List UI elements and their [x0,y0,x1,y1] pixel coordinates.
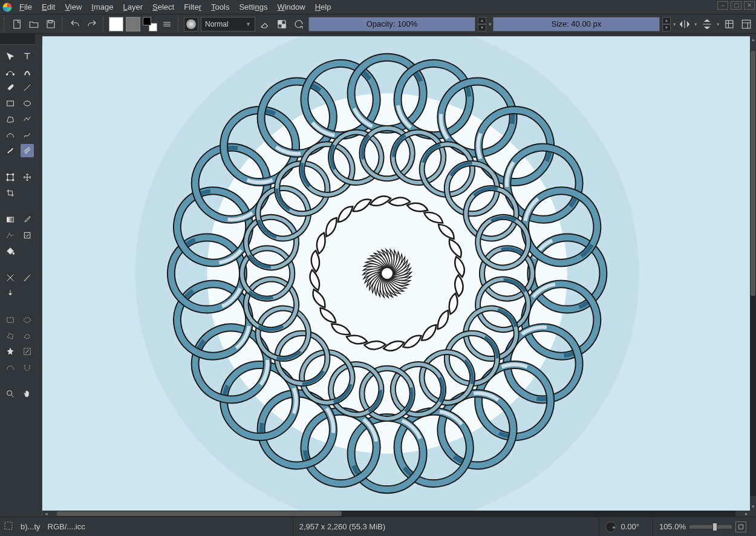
multibrush-tool[interactable] [21,144,34,157]
dropdown-caret-icon[interactable]: ▾ [489,21,490,27]
open-file-button[interactable] [27,17,41,31]
menu-file[interactable]: File [15,1,37,13]
freehand-path-tool[interactable] [21,128,34,142]
ellipse-tool[interactable] [21,97,34,110]
zoom-value[interactable]: 105.0% [659,522,686,531]
measure-tool[interactable] [21,271,34,284]
transform-tool[interactable] [4,171,17,184]
assistant-tool[interactable] [4,271,17,284]
menu-window[interactable]: Window [272,1,310,13]
svg-point-14 [12,174,14,175]
svg-rect-2 [48,21,52,23]
smart-patch-tool[interactable] [21,229,34,242]
menu-layer[interactable]: Layer [118,1,148,13]
menu-edit[interactable]: Edit [37,1,60,13]
rotation-angle-value: 0.00° [621,522,639,531]
gradient-tool[interactable] [4,213,17,226]
blend-mode-select[interactable]: Normal▼ [201,17,255,31]
status-colorspace[interactable]: RGB/....icc [48,522,85,531]
pattern-swatch[interactable] [126,17,140,31]
workspace-button[interactable] [739,17,754,31]
size-spinner[interactable]: ▲▼ [662,17,671,31]
reload-preset-button[interactable] [292,17,306,31]
canvas[interactable] [42,36,750,511]
rotation-dial[interactable] [605,521,616,532]
menu-settings[interactable]: Settings [234,1,272,13]
save-file-button[interactable] [44,17,58,31]
handle-icon[interactable] [178,17,180,31]
fgbg-swap-icon[interactable] [143,17,157,31]
svg-rect-5 [282,24,285,28]
crop-tool[interactable] [4,186,17,200]
similar-color-select-tool[interactable] [21,345,34,358]
dropdown-caret-icon[interactable]: ▾ [694,21,697,27]
svg-point-21 [24,318,31,322]
dynamic-brush-tool[interactable] [4,144,17,157]
blend-mode-label: Normal [205,20,229,28]
window-minimize-button[interactable]: – [717,1,728,10]
handle-icon[interactable] [62,17,64,31]
zoom-tool[interactable] [4,387,17,400]
menu-image[interactable]: Image [86,1,118,13]
redo-button[interactable] [85,17,99,31]
window-close-button[interactable]: ✕ [744,1,755,10]
svg-point-31 [381,267,393,279]
colorize-mask-tool[interactable] [4,229,17,242]
zoom-slider[interactable] [689,525,732,529]
move-layer-tool[interactable] [21,171,34,184]
menu-select[interactable]: Select [148,1,179,13]
menu-view[interactable]: View [60,1,86,13]
window-maximize-button[interactable]: ▢ [731,1,741,10]
brush-tool[interactable] [4,81,17,94]
eraser-toggle-button[interactable] [258,17,272,31]
alpha-lock-button[interactable] [275,17,289,31]
svg-point-23 [7,391,12,396]
line-tool[interactable] [21,81,34,94]
polygon-tool[interactable] [4,113,17,126]
magnetic-select-tool[interactable] [21,361,34,374]
handle-icon[interactable] [103,17,105,31]
horizontal-scrollbar[interactable]: ◂▸ [42,511,750,517]
menu-help[interactable]: Help [310,1,336,13]
mirror-h-button[interactable] [677,17,692,31]
size-slider[interactable]: Size: 40.00 px [493,17,660,31]
undo-button[interactable] [68,17,82,31]
menu-tools[interactable]: Tools [206,1,234,13]
wrap-button[interactable] [722,17,737,31]
vertical-scrollbar[interactable]: ▴▾ [750,36,756,511]
opacity-spinner[interactable]: ▲▼ [478,17,486,31]
calligraphy-tool[interactable] [21,65,34,79]
polygon-select-tool[interactable] [4,329,17,342]
rectangle-tool[interactable] [4,97,17,110]
zoom-fit-button[interactable] [735,521,746,532]
opacity-slider[interactable]: Opacity: 100% [308,17,475,31]
edit-shape-tool[interactable] [4,65,17,79]
select-all-icon[interactable] [4,521,13,532]
fill-tool[interactable] [4,244,17,258]
freehand-select-tool[interactable] [21,329,34,342]
rect-select-tool[interactable] [4,313,17,327]
brush-preset-button[interactable] [184,17,198,31]
dropdown-caret-icon[interactable]: ▾ [717,21,720,27]
fg-color-swatch[interactable] [109,17,123,31]
menu-filter[interactable]: Filter [179,1,206,13]
svg-point-11 [24,101,31,106]
mirror-v-button[interactable] [700,17,714,31]
svg-rect-12 [7,174,13,180]
opacity-label: Opacity: 100% [367,19,418,28]
color-picker-tool[interactable] [21,213,34,226]
dropdown-caret-icon[interactable]: ▾ [673,21,675,27]
bezier-tool[interactable] [4,128,17,142]
brush-settings-button[interactable] [160,17,174,31]
document-tab[interactable] [0,34,35,45]
handle-icon[interactable] [4,17,6,31]
new-file-button[interactable] [10,17,24,31]
move-tool[interactable] [4,50,17,63]
polyline-tool[interactable] [21,113,34,126]
text-tool[interactable] [21,50,34,63]
contiguous-select-tool[interactable] [4,345,17,358]
reference-tool[interactable] [4,287,17,300]
pan-tool[interactable] [21,387,34,400]
bezier-select-tool[interactable] [4,361,17,374]
ellipse-select-tool[interactable] [21,313,34,327]
